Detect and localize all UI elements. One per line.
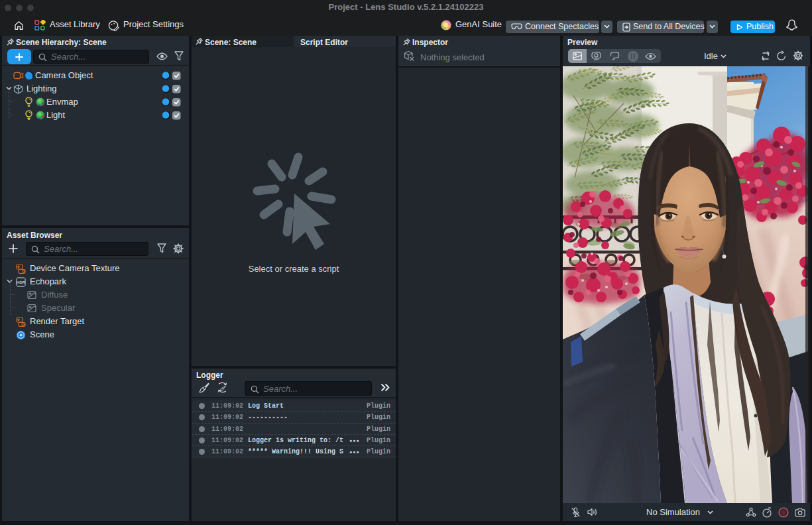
svg-text:HDR: HDR	[17, 280, 26, 284]
